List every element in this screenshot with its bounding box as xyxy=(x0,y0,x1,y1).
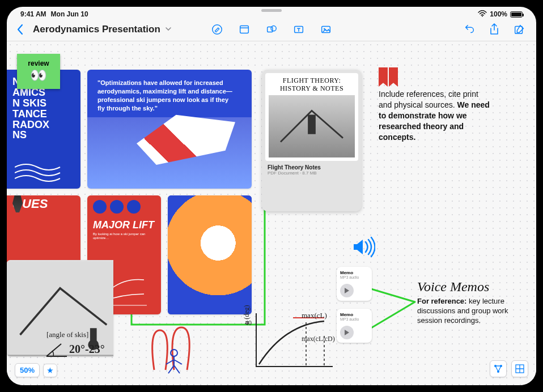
speaker-icon xyxy=(351,236,375,260)
battery-icon xyxy=(510,11,523,18)
major-lift-title: MAJOR LIFT xyxy=(93,219,155,231)
zoom-level-button[interactable]: 50% xyxy=(15,363,40,377)
memo1-label: Memo xyxy=(340,270,368,275)
sticky-note-review[interactable]: review 👀 xyxy=(17,54,60,89)
major-lift-paragraph: By looking at how a ski jumper can optim… xyxy=(87,232,161,240)
multitask-grabber[interactable] xyxy=(261,9,282,12)
pdf-preview-title: FLIGHT THEORY: HISTORY & NOTES xyxy=(280,76,343,93)
board-title[interactable]: Aerodynamics Presentation xyxy=(31,24,160,35)
graph-label-maxratio: max(cL/cD) xyxy=(302,335,335,343)
status-bar: 9:41 AM Mon Jun 10 100% xyxy=(7,7,536,19)
wifi-icon xyxy=(478,10,487,19)
slide-card-quote[interactable]: "Optimizations have allowed for increase… xyxy=(87,70,252,189)
svg-point-16 xyxy=(171,350,177,356)
play-button[interactable] xyxy=(340,284,354,297)
sticky-review-text: review xyxy=(28,59,49,67)
svg-point-0 xyxy=(482,15,483,16)
pdf-file-name: Flight Theory Notes xyxy=(268,164,356,171)
voice-body-bold: For reference: xyxy=(417,297,466,305)
freeform-canvas[interactable]: NS AMICS N SKIS TANCE RADOX NS "Optimiza… xyxy=(7,41,536,385)
circle-icons-row xyxy=(87,195,161,218)
play-button[interactable] xyxy=(340,326,354,339)
svg-point-4 xyxy=(271,26,276,31)
file-card-flight-theory-pdf[interactable]: FLIGHT THEORY: HISTORY & NOTES Flight Th… xyxy=(262,70,362,211)
zoom-value: 50% xyxy=(20,366,35,374)
media-tool-button[interactable] xyxy=(318,22,334,37)
screen: 9:41 AM Mon Jun 10 100% Aerodynamics Pre… xyxy=(7,7,536,385)
memo1-sub: MP3 audio xyxy=(340,275,368,279)
textbox-tool-button[interactable] xyxy=(291,22,307,37)
share-button[interactable] xyxy=(486,22,502,37)
battery-percent: 100% xyxy=(490,10,507,18)
text-block-references[interactable]: Include references, cite print and physi… xyxy=(379,67,492,142)
grid-toggle-button[interactable] xyxy=(511,360,528,377)
blue-skier-doodle-icon[interactable] xyxy=(157,347,191,376)
status-date: Mon Jun 10 xyxy=(51,10,88,18)
slide-card-goggles[interactable] xyxy=(168,195,252,314)
ipad-frame: 9:41 AM Mon Jun 10 100% Aerodynamics Pre… xyxy=(0,0,543,392)
favorites-button[interactable]: ★ xyxy=(43,364,57,377)
voice-memos-heading: Voice Memos xyxy=(417,278,511,296)
svg-rect-15 xyxy=(90,328,97,342)
shape-tool-button[interactable] xyxy=(264,22,279,37)
voice-memos-body: For reference: key lecture discussions a… xyxy=(417,297,511,326)
text-block-voice-memos[interactable]: Voice Memos For reference: key lecture d… xyxy=(417,278,511,326)
sticky-note-tool-button[interactable] xyxy=(236,22,252,37)
pdf-file-meta: PDF Document · 8.7 MB xyxy=(268,171,356,176)
compose-button[interactable] xyxy=(511,22,527,37)
pdf-preview-image xyxy=(269,95,355,157)
back-button[interactable] xyxy=(12,22,28,37)
audio-file-card-memo-1[interactable]: Memo MP3 audio xyxy=(337,267,372,301)
audio-file-card-memo-2[interactable]: Memo MP3 audio xyxy=(337,309,372,343)
status-time: 9:41 AM xyxy=(20,10,46,18)
svg-rect-2 xyxy=(240,26,249,33)
bookmark-icon xyxy=(379,67,398,87)
app-toolbar: Aerodynamics Presentation xyxy=(7,19,536,41)
graph-y-tick: 40 xyxy=(245,319,252,327)
slide-quote-text: "Optimizations have allowed for increase… xyxy=(91,73,244,118)
bottom-right-controls xyxy=(490,360,528,377)
navigator-button[interactable] xyxy=(490,360,507,377)
star-icon: ★ xyxy=(47,367,53,374)
svg-rect-3 xyxy=(268,27,273,32)
memo2-sub: MP3 audio xyxy=(340,317,368,321)
pdf-preview: FLIGHT THEORY: HISTORY & NOTES xyxy=(265,73,358,161)
waves-icon xyxy=(15,161,66,184)
title-chevron-down-icon[interactable] xyxy=(163,25,172,33)
eyes-emoji-icon: 👀 xyxy=(30,67,47,83)
goggles-photo xyxy=(168,195,252,314)
angle-sketch-icon xyxy=(44,340,69,360)
handwriting-angle-label[interactable]: [angle of skis] xyxy=(46,330,88,339)
svg-point-1 xyxy=(213,25,222,35)
graph-label-maxcl: max(cL) xyxy=(302,311,327,320)
bottom-left-controls: 50% ★ xyxy=(15,363,57,377)
handwriting-angle-value[interactable]: 20°-23° xyxy=(69,343,105,356)
pen-tool-button[interactable] xyxy=(209,22,225,37)
undo-button[interactable] xyxy=(461,22,477,37)
memo2-label: Memo xyxy=(340,312,368,317)
